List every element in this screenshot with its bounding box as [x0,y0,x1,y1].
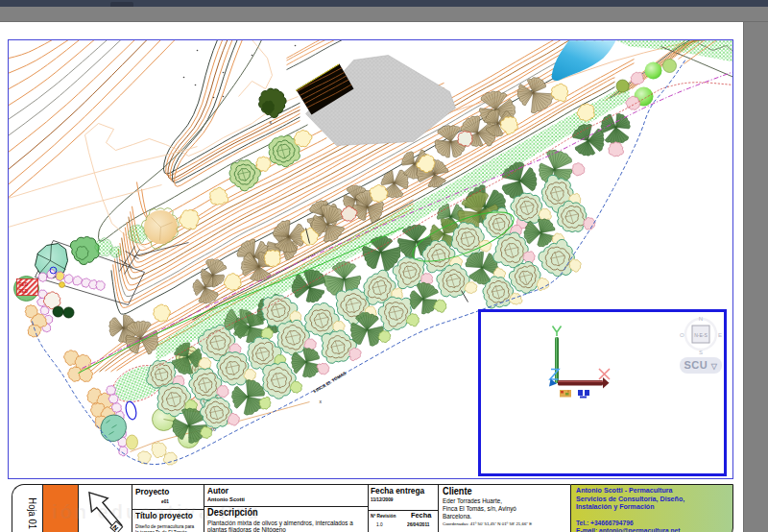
svg-text:E: E [718,332,722,338]
svg-text:N-E-S: N-E-S [694,332,708,338]
svg-text:O: O [680,332,684,338]
svg-text:N: N [699,316,703,322]
svg-text:S: S [699,350,703,355]
